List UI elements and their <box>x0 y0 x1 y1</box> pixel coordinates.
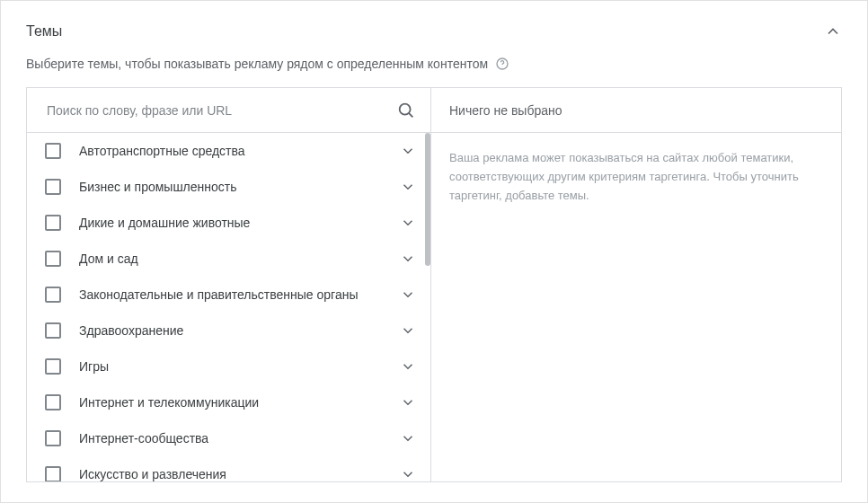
topic-checkbox[interactable] <box>45 215 61 231</box>
chevron-down-icon[interactable] <box>400 179 416 195</box>
topic-label: Интернет-сообщества <box>79 431 400 446</box>
section-subtitle-row: Выберите темы, чтобы показывать рекламу … <box>26 57 842 71</box>
topics-browse-pane: Автотранспортные средстваБизнес и промыш… <box>27 88 431 481</box>
topic-label: Автотранспортные средства <box>79 144 400 158</box>
topic-label: Дикие и домашние животные <box>79 216 400 230</box>
help-icon[interactable] <box>495 57 509 71</box>
search-icon[interactable] <box>396 101 416 120</box>
svg-point-2 <box>400 103 411 114</box>
chevron-down-icon[interactable] <box>400 215 416 231</box>
collapse-icon[interactable] <box>824 22 842 40</box>
topic-label: Искусство и развлечения <box>79 467 400 481</box>
chevron-down-icon[interactable] <box>400 251 416 267</box>
svg-point-1 <box>502 66 503 67</box>
topic-label: Игры <box>79 359 400 374</box>
section-title: Темы <box>26 23 62 40</box>
chevron-down-icon[interactable] <box>400 143 416 159</box>
topic-checkbox[interactable] <box>45 287 61 303</box>
chevron-down-icon[interactable] <box>400 394 416 410</box>
selected-empty-message: Ваша реклама может показываться на сайта… <box>431 133 841 221</box>
search-row <box>27 88 430 133</box>
topic-checkbox[interactable] <box>45 322 61 339</box>
topic-row[interactable]: Дом и сад <box>27 241 430 277</box>
section-header: Темы <box>26 22 842 40</box>
topic-label: Здравоохранение <box>79 323 400 338</box>
chevron-down-icon[interactable] <box>400 322 416 339</box>
chevron-down-icon[interactable] <box>400 358 416 375</box>
topic-label: Интернет и телекоммуникации <box>79 395 400 410</box>
topic-list: Автотранспортные средстваБизнес и промыш… <box>27 133 430 481</box>
selected-header: Ничего не выбрано <box>431 88 841 133</box>
topic-checkbox[interactable] <box>45 430 61 446</box>
topic-row[interactable]: Здравоохранение <box>27 313 430 349</box>
topic-checkbox[interactable] <box>45 143 61 159</box>
topic-checkbox[interactable] <box>45 251 61 267</box>
selected-pane: Ничего не выбрано Ваша реклама может пок… <box>431 88 841 481</box>
topic-row[interactable]: Автотранспортные средства <box>27 133 430 169</box>
topic-checkbox[interactable] <box>45 179 61 195</box>
topic-label: Законодательные и правительственные орга… <box>79 287 400 302</box>
topic-checkbox[interactable] <box>45 466 61 481</box>
section-subtitle: Выберите темы, чтобы показывать рекламу … <box>26 57 488 71</box>
topic-row[interactable]: Интернет и телекоммуникации <box>27 384 430 420</box>
chevron-down-icon[interactable] <box>400 430 416 446</box>
topic-label: Бизнес и промышленность <box>79 180 400 194</box>
topic-row[interactable]: Бизнес и промышленность <box>27 169 430 205</box>
topics-panel: Автотранспортные средстваБизнес и промыш… <box>26 87 842 482</box>
topic-label: Дом и сад <box>79 252 400 266</box>
topics-section: Темы Выберите темы, чтобы показывать рек… <box>0 0 868 503</box>
topic-row[interactable]: Законодательные и правительственные орга… <box>27 277 430 313</box>
topic-row[interactable]: Игры <box>27 349 430 384</box>
topic-row[interactable]: Дикие и домашние животные <box>27 205 430 241</box>
chevron-down-icon[interactable] <box>400 287 416 303</box>
scrollbar-thumb[interactable] <box>425 133 430 266</box>
topic-row[interactable]: Искусство и развлечения <box>27 456 430 481</box>
topic-row[interactable]: Интернет-сообщества <box>27 420 430 456</box>
svg-line-3 <box>409 112 412 116</box>
search-input[interactable] <box>45 102 396 119</box>
chevron-down-icon[interactable] <box>400 466 416 481</box>
topic-checkbox[interactable] <box>45 394 61 410</box>
topic-checkbox[interactable] <box>45 358 61 375</box>
